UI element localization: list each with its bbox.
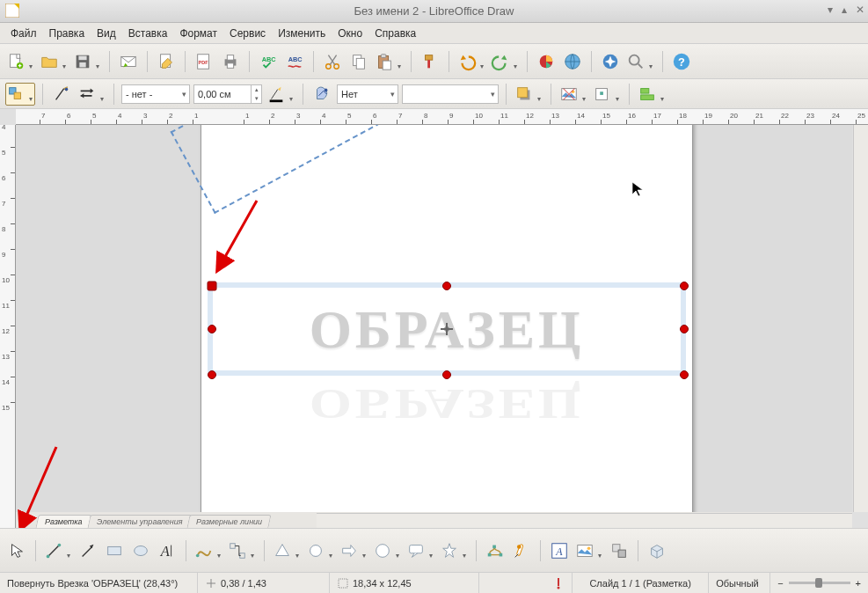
svg-text:A: A <box>160 543 171 560</box>
demote-button[interactable] <box>592 83 622 106</box>
callouts-tool[interactable] <box>405 539 435 562</box>
svg-line-43 <box>218 201 257 269</box>
shadow-button[interactable] <box>514 83 543 106</box>
minimize-icon[interactable]: ▾ <box>828 4 833 16</box>
menu-tools[interactable]: Сервис <box>224 26 271 41</box>
arrow-style-button[interactable] <box>77 83 106 106</box>
vertical-scrollbar[interactable] <box>853 125 868 512</box>
zoom-slider[interactable]: − + <box>770 578 868 589</box>
rectangle-tool[interactable] <box>103 539 126 562</box>
status-action: Повернуть Врезка 'ОБРАЗЕЦ' (28,43°) <box>0 573 198 593</box>
maximize-icon[interactable]: ▴ <box>842 4 847 16</box>
menu-file[interactable]: Файл <box>5 26 42 41</box>
menu-edit[interactable]: Правка <box>44 26 91 41</box>
line-fill-toolbar: - нет - 0,00 см▴▾ Нет <box>0 79 868 109</box>
help-button[interactable]: ? <box>670 50 693 73</box>
edit-button[interactable] <box>155 50 178 73</box>
paste-button[interactable] <box>374 50 404 73</box>
redo-button[interactable] <box>490 50 520 73</box>
line-style-combo[interactable]: - нет - <box>121 84 190 104</box>
line-width-spinner[interactable]: 0,00 см▴▾ <box>193 84 262 104</box>
extrusion-tool[interactable] <box>646 539 668 562</box>
canvas-viewport[interactable]: ОБРАЗЕЦ ОБРАЗЕЦ <box>16 125 852 512</box>
chart-button[interactable] <box>535 50 558 73</box>
menu-view[interactable]: Вид <box>91 26 121 41</box>
navigator-button[interactable] <box>599 50 622 73</box>
stars-tool[interactable] <box>439 539 469 562</box>
menu-help[interactable]: Справка <box>369 26 421 41</box>
glue-points-tool[interactable] <box>510 539 533 562</box>
curve-tool[interactable] <box>193 539 223 562</box>
copy-button[interactable] <box>347 50 370 73</box>
select-tool[interactable] <box>5 539 28 562</box>
save-button[interactable] <box>72 50 102 73</box>
status-modified[interactable] <box>479 573 573 593</box>
clone-format-button[interactable] <box>419 50 441 73</box>
edit-points-tool[interactable] <box>484 539 507 562</box>
arrow-line-tool[interactable] <box>77 539 99 562</box>
menu-modify[interactable]: Изменить <box>273 26 331 41</box>
flowchart-tool[interactable] <box>372 539 402 562</box>
undo-button[interactable] <box>456 50 486 73</box>
annotation-arrow-2 <box>7 442 69 538</box>
position-size-button[interactable] <box>5 83 35 106</box>
svg-rect-22 <box>426 55 433 59</box>
cut-button[interactable] <box>321 50 344 73</box>
svg-rect-41 <box>641 88 649 93</box>
horizontal-ruler[interactable]: 7654321123456789101112131415161718192021… <box>16 109 868 125</box>
block-arrows-tool[interactable] <box>339 539 368 562</box>
line-dialog-button[interactable] <box>50 83 73 106</box>
rotation-handle-ml[interactable] <box>208 325 216 333</box>
align-button[interactable] <box>637 83 667 106</box>
line-tool[interactable] <box>43 539 73 562</box>
window-title: Без имени 2 - LibreOffice Draw <box>354 4 514 18</box>
menu-window[interactable]: Окно <box>332 26 368 41</box>
print-button[interactable] <box>219 50 242 73</box>
fill-style-combo[interactable]: Нет <box>337 84 398 104</box>
fill-color-combo[interactable] <box>402 84 499 104</box>
basic-shapes-tool[interactable] <box>272 539 302 562</box>
fontwork-tool[interactable]: A <box>548 539 571 562</box>
image-toggle-button[interactable] <box>558 83 588 106</box>
text-tool[interactable]: A <box>156 539 179 562</box>
gallery-tool[interactable] <box>608 539 631 562</box>
open-button[interactable] <box>39 50 69 73</box>
zoom-out-icon[interactable]: − <box>777 578 783 589</box>
svg-rect-56 <box>308 542 324 558</box>
new-button[interactable] <box>5 50 35 73</box>
hyperlink-button[interactable] <box>561 50 584 73</box>
tab-controls[interactable]: Элементы управления <box>87 515 192 528</box>
zoom-in-icon[interactable]: + <box>856 578 861 589</box>
area-dialog-button[interactable] <box>310 83 333 106</box>
status-mode[interactable]: Обычный <box>709 573 770 593</box>
svg-point-57 <box>376 544 390 557</box>
tab-dimlines[interactable]: Размерные линии <box>187 515 272 528</box>
ellipse-tool[interactable] <box>129 539 152 562</box>
close-icon[interactable]: ✕ <box>856 4 864 16</box>
rotation-handle-mr[interactable] <box>680 325 689 333</box>
spellcheck-auto-button[interactable]: ABC <box>283 50 306 73</box>
svg-text:ABC: ABC <box>288 55 303 63</box>
svg-line-44 <box>21 447 56 528</box>
status-slide[interactable]: Слайд 1 / 1 (Разметка) <box>573 573 709 593</box>
svg-line-48 <box>83 546 92 556</box>
rotation-handle-tl[interactable] <box>208 282 217 291</box>
export-pdf-button[interactable]: PDF <box>193 50 215 73</box>
horizontal-scrollbar[interactable] <box>317 513 852 528</box>
rotation-handle-bc[interactable] <box>442 370 451 379</box>
zoom-button[interactable] <box>625 50 655 73</box>
symbol-shapes-tool[interactable] <box>305 539 335 562</box>
line-color-button[interactable] <box>266 83 295 106</box>
mail-button[interactable] <box>117 50 140 73</box>
svg-rect-72 <box>339 579 347 588</box>
connector-tool[interactable] <box>227 539 257 562</box>
rotation-center[interactable] <box>441 323 453 335</box>
from-file-tool[interactable] <box>574 539 604 562</box>
rotation-handle-bl[interactable] <box>208 370 216 379</box>
rotation-handle-tr[interactable] <box>680 282 689 290</box>
menu-format[interactable]: Формат <box>174 26 222 41</box>
spellcheck-button[interactable]: ABC <box>257 50 280 73</box>
rotation-handle-tc[interactable] <box>442 282 451 290</box>
menu-insert[interactable]: Вставка <box>123 26 173 41</box>
rotation-handle-br[interactable] <box>680 370 689 379</box>
